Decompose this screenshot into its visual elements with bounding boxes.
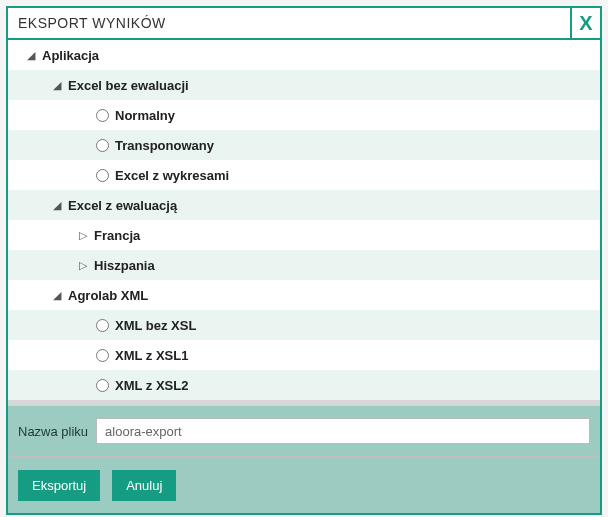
expand-icon[interactable]: ◢ bbox=[50, 79, 64, 92]
tree-node-excel-eval[interactable]: ◢ Excel z ewaluacją bbox=[8, 190, 600, 220]
tree-node-agrolab[interactable]: ◢ Agrolab XML bbox=[8, 280, 600, 310]
expand-icon[interactable]: ◢ bbox=[50, 289, 64, 302]
tree-node-app[interactable]: ◢ Aplikacja bbox=[8, 40, 600, 70]
filename-input[interactable] bbox=[96, 418, 590, 444]
expand-icon[interactable]: ◢ bbox=[24, 49, 38, 62]
button-bar: Eksportuj Anuluj bbox=[8, 458, 600, 513]
tree-label: Agrolab XML bbox=[68, 288, 148, 303]
tree-label: XML z XSL2 bbox=[115, 378, 188, 393]
expand-icon[interactable]: ◢ bbox=[50, 199, 64, 212]
tree-label: Normalny bbox=[115, 108, 175, 123]
tree-option-xml-noxsl[interactable]: XML bez XSL bbox=[8, 310, 600, 340]
tree-option-xml-xsl1[interactable]: XML z XSL1 bbox=[8, 340, 600, 370]
titlebar: EKSPORT WYNIKÓW X bbox=[8, 8, 600, 40]
radio-xml-xsl2[interactable] bbox=[96, 379, 109, 392]
radio-charts[interactable] bbox=[96, 169, 109, 182]
radio-xml-xsl1[interactable] bbox=[96, 349, 109, 362]
filename-label: Nazwa pliku bbox=[18, 424, 88, 439]
tree-label: XML bez XSL bbox=[115, 318, 196, 333]
export-tree: ◢ Aplikacja ◢ Excel bez ewaluacji Normal… bbox=[8, 40, 600, 400]
tree-label: Aplikacja bbox=[42, 48, 99, 63]
radio-normal[interactable] bbox=[96, 109, 109, 122]
radio-xml-noxsl[interactable] bbox=[96, 319, 109, 332]
tree-option-normal[interactable]: Normalny bbox=[8, 100, 600, 130]
tree-label: Francja bbox=[94, 228, 140, 243]
tree-label: Excel z ewaluacją bbox=[68, 198, 177, 213]
tree-label: XML z XSL1 bbox=[115, 348, 188, 363]
tree-node-france[interactable]: ▷ Francja bbox=[8, 220, 600, 250]
filename-bar: Nazwa pliku bbox=[8, 406, 600, 456]
tree-option-transposed[interactable]: Transponowany bbox=[8, 130, 600, 160]
close-icon: X bbox=[579, 12, 592, 35]
tree-label: Excel bez ewaluacji bbox=[68, 78, 189, 93]
radio-transposed[interactable] bbox=[96, 139, 109, 152]
tree-node-excel-no-eval[interactable]: ◢ Excel bez ewaluacji bbox=[8, 70, 600, 100]
collapse-icon[interactable]: ▷ bbox=[76, 229, 90, 242]
cancel-button[interactable]: Anuluj bbox=[112, 470, 176, 501]
dialog-title: EKSPORT WYNIKÓW bbox=[8, 8, 570, 38]
export-dialog: EKSPORT WYNIKÓW X ◢ Aplikacja ◢ Excel be… bbox=[6, 6, 602, 515]
tree-option-xml-xsl2[interactable]: XML z XSL2 bbox=[8, 370, 600, 400]
close-button[interactable]: X bbox=[570, 8, 600, 38]
tree-node-spain[interactable]: ▷ Hiszpania bbox=[8, 250, 600, 280]
tree-label: Excel z wykresami bbox=[115, 168, 229, 183]
tree-label: Hiszpania bbox=[94, 258, 155, 273]
export-button[interactable]: Eksportuj bbox=[18, 470, 100, 501]
tree-option-charts[interactable]: Excel z wykresami bbox=[8, 160, 600, 190]
tree-label: Transponowany bbox=[115, 138, 214, 153]
collapse-icon[interactable]: ▷ bbox=[76, 259, 90, 272]
